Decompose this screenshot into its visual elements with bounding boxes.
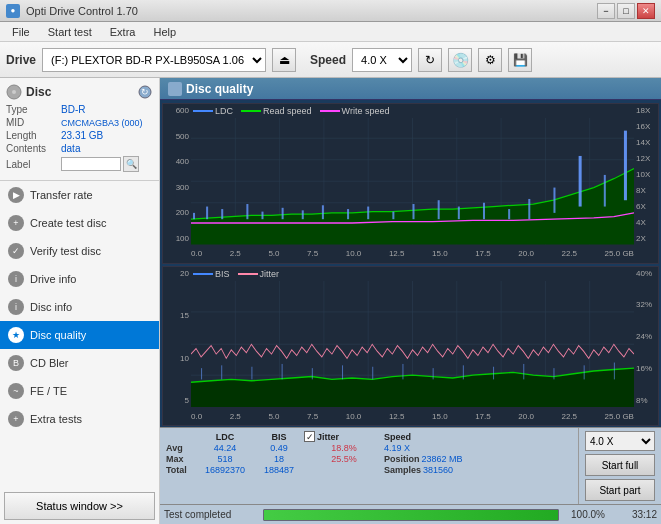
menu-help[interactable]: Help (145, 24, 184, 40)
disc-contents-value: data (61, 143, 153, 154)
nav-fe-te[interactable]: ~ FE / TE (0, 377, 159, 405)
nav-icon-disc-quality: ★ (8, 327, 24, 343)
app-title: Opti Drive Control 1.70 (26, 5, 138, 17)
legend-jitter-label: Jitter (260, 269, 280, 279)
legend-bis-label: BIS (215, 269, 230, 279)
nav-disc-info[interactable]: i Disc info (0, 293, 159, 321)
close-button[interactable]: ✕ (637, 3, 655, 19)
chart-ldc: LDC Read speed Write speed 600 500 (162, 103, 659, 264)
svg-rect-21 (221, 209, 223, 219)
nav-transfer-rate[interactable]: ▶ Transfer rate (0, 181, 159, 209)
drive-select[interactable]: (F:) PLEXTOR BD-R PX-LB950SA 1.06 (42, 48, 266, 72)
status-text: Test completed (164, 509, 259, 520)
status-window-button[interactable]: Status window >> (4, 492, 155, 520)
menu-file[interactable]: File (4, 24, 38, 40)
legend-read-speed-label: Read speed (263, 106, 312, 116)
speed-select[interactable]: 4.0 X (352, 48, 412, 72)
legend-ldc-color (193, 110, 213, 112)
nav-icon-fe-te: ~ (8, 383, 24, 399)
disc-contents-row: Contents data (6, 143, 153, 154)
stats-avg-bis: 0.49 (254, 443, 304, 453)
nav-disc-quality[interactable]: ★ Disc quality (0, 321, 159, 349)
start-part-button[interactable]: Start part (585, 479, 655, 501)
nav-create-test-disc[interactable]: + Create test disc (0, 209, 159, 237)
col-header-jitter: Jitter (317, 432, 339, 442)
disc-mid-label: MID (6, 117, 61, 128)
svg-rect-39 (624, 131, 627, 201)
svg-rect-65 (553, 368, 554, 379)
disc-length-row: Length 23.31 GB (6, 130, 153, 141)
nav-label-transfer-rate: Transfer rate (30, 189, 93, 201)
nav-label-disc-info: Disc info (30, 301, 72, 313)
eject-button[interactable]: ⏏ (272, 48, 296, 72)
disc-button[interactable]: 💿 (448, 48, 472, 72)
legend-read-speed-color (241, 110, 261, 112)
menu-start-test[interactable]: Start test (40, 24, 100, 40)
disc-contents-label: Contents (6, 143, 61, 154)
menu-extra[interactable]: Extra (102, 24, 144, 40)
progress-track (263, 509, 559, 521)
disc-label-label: Label (6, 159, 61, 170)
start-full-button[interactable]: Start full (585, 454, 655, 476)
stats-max-bis: 18 (254, 454, 304, 464)
refresh-button[interactable]: ↻ (418, 48, 442, 72)
svg-rect-33 (483, 203, 485, 219)
disc-mid-row: MID CMCMAGBA3 (000) (6, 117, 153, 128)
minimize-button[interactable]: − (597, 3, 615, 19)
nav-verify-test-disc[interactable]: ✓ Verify test disc (0, 237, 159, 265)
settings-button[interactable]: ⚙ (478, 48, 502, 72)
nav-label-disc-quality: Disc quality (30, 329, 86, 341)
svg-rect-24 (282, 208, 284, 219)
chart1-svg (191, 118, 634, 245)
maximize-button[interactable]: □ (617, 3, 635, 19)
legend-ldc: LDC (193, 106, 233, 116)
stats-total-bis: 188487 (254, 465, 304, 475)
disc-header: Disc ↻ (6, 84, 153, 100)
main-area: Disc ↻ Type BD-R MID CMCMAGBA3 (000) Len… (0, 78, 661, 524)
disc-length-value: 23.31 GB (61, 130, 153, 141)
stats-avg-jitter: 18.8% (304, 443, 384, 453)
content-header: Disc quality (160, 78, 661, 100)
stats-avg-label: Avg (166, 443, 196, 453)
svg-rect-59 (372, 366, 373, 379)
nav-extra-tests[interactable]: + Extra tests (0, 405, 159, 433)
svg-rect-29 (392, 212, 394, 220)
stats-max-jitter: 25.5% (304, 454, 384, 464)
svg-rect-32 (458, 207, 460, 220)
nav-icon-disc-info: i (8, 299, 24, 315)
svg-text:↻: ↻ (141, 87, 149, 97)
disc-length-label: Length (6, 130, 61, 141)
nav-cd-bler[interactable]: B CD Bler (0, 349, 159, 377)
legend-jitter: Jitter (238, 269, 280, 279)
legend-write-speed-color (320, 110, 340, 112)
chart-ldc-legend: LDC Read speed Write speed (193, 106, 389, 116)
legend-jitter-color (238, 273, 258, 275)
stats-row-max: Max 518 18 25.5% Position 23862 MB (166, 454, 572, 464)
app-icon: ● (6, 4, 20, 18)
disc-label-input[interactable] (61, 157, 121, 171)
disc-panel: Disc ↻ Type BD-R MID CMCMAGBA3 (000) Len… (0, 78, 159, 181)
col-header-bis: BIS (254, 432, 304, 442)
stats-table: LDC BIS ✓ Jitter Speed Avg 44.24 0.49 18… (160, 428, 578, 504)
svg-rect-28 (367, 207, 369, 220)
jitter-checkbox[interactable]: ✓ (304, 431, 315, 442)
speed-label: Speed (310, 53, 346, 67)
titlebar-left: ● Opti Drive Control 1.70 (6, 4, 138, 18)
save-button[interactable]: 💾 (508, 48, 532, 72)
disc-refresh-icon[interactable]: ↻ (137, 84, 153, 100)
svg-rect-37 (579, 156, 582, 207)
stats-row-avg: Avg 44.24 0.49 18.8% 4.19 X (166, 443, 572, 453)
disc-label-button[interactable]: 🔍 (123, 156, 139, 172)
svg-rect-36 (553, 188, 555, 213)
chart-bis-legend: BIS Jitter (193, 269, 279, 279)
svg-rect-26 (322, 205, 324, 219)
nav-label-cd-bler: CD Bler (30, 357, 69, 369)
content-area: Disc quality LDC Read speed (160, 78, 661, 524)
nav-drive-info[interactable]: i Drive info (0, 265, 159, 293)
speed-select[interactable]: 4.0 X (585, 431, 655, 451)
svg-rect-67 (614, 362, 615, 379)
svg-rect-19 (193, 213, 195, 219)
svg-rect-66 (584, 365, 585, 379)
svg-rect-64 (523, 363, 524, 378)
legend-bis-color (193, 273, 213, 275)
